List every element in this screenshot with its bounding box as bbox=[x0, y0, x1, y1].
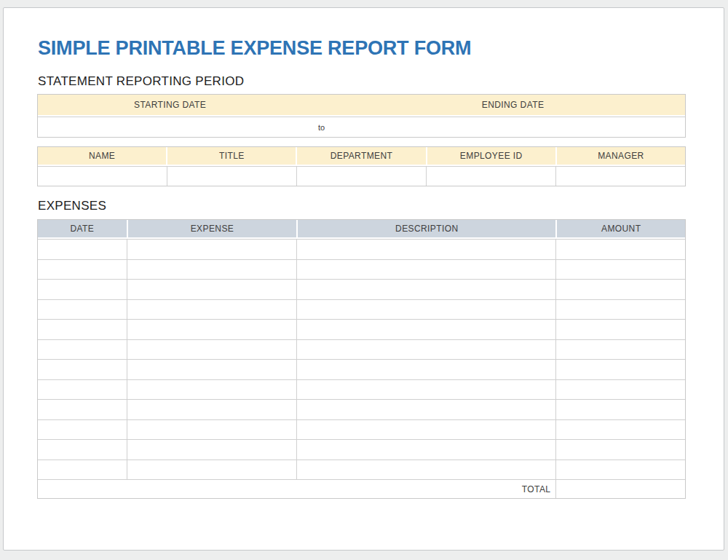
expense-row bbox=[38, 319, 685, 339]
expense-date-cell[interactable] bbox=[38, 360, 127, 379]
section-title-expenses: EXPENSES bbox=[38, 200, 106, 212]
department-field[interactable] bbox=[296, 167, 426, 186]
expense-description-cell[interactable] bbox=[296, 420, 555, 440]
expense-description-cell[interactable] bbox=[296, 240, 555, 259]
expense-type-cell[interactable] bbox=[127, 460, 296, 480]
expense-description-cell[interactable] bbox=[296, 360, 555, 379]
page-title: SIMPLE PRINTABLE EXPENSE REPORT FORM bbox=[38, 39, 471, 58]
date-column-header: DATE bbox=[38, 220, 127, 237]
ending-date-field[interactable] bbox=[341, 117, 685, 137]
expense-date-cell[interactable] bbox=[38, 300, 127, 320]
expense-amount-cell[interactable] bbox=[555, 260, 685, 280]
expense-type-cell[interactable] bbox=[127, 320, 296, 339]
description-column-header: DESCRIPTION bbox=[296, 220, 555, 237]
expenses-header-row: DATE EXPENSE DESCRIPTION AMOUNT bbox=[38, 220, 685, 239]
title-header: TITLE bbox=[166, 147, 296, 165]
expense-description-cell[interactable] bbox=[296, 280, 555, 299]
expense-date-cell[interactable] bbox=[38, 460, 127, 480]
expense-amount-cell[interactable] bbox=[555, 420, 685, 440]
expense-amount-cell[interactable] bbox=[555, 320, 685, 339]
expense-date-cell[interactable] bbox=[38, 380, 127, 400]
expense-amount-cell[interactable] bbox=[555, 300, 685, 320]
expense-date-cell[interactable] bbox=[38, 280, 127, 299]
expense-row bbox=[38, 399, 685, 419]
expense-type-cell[interactable] bbox=[127, 300, 296, 320]
expense-amount-cell[interactable] bbox=[555, 360, 685, 379]
date-separator-header bbox=[302, 95, 341, 115]
ending-date-label: ENDING DATE bbox=[482, 100, 545, 110]
expense-rows bbox=[38, 239, 685, 479]
expense-type-cell[interactable] bbox=[127, 400, 296, 419]
reporting-period-value-row: to bbox=[38, 117, 685, 137]
expense-date-cell[interactable] bbox=[38, 320, 127, 339]
expense-row bbox=[38, 439, 685, 460]
employee-info-table: NAME TITLE DEPARTMENT EMPLOYEE ID MANAGE… bbox=[37, 146, 686, 186]
employee-id-label: EMPLOYEE ID bbox=[460, 151, 523, 161]
expense-amount-cell[interactable] bbox=[555, 440, 685, 460]
expense-description-cell[interactable] bbox=[296, 320, 555, 339]
expense-description-cell[interactable] bbox=[296, 460, 555, 480]
expense-type-cell[interactable] bbox=[127, 340, 296, 360]
manager-header: MANAGER bbox=[555, 147, 685, 165]
expense-date-cell[interactable] bbox=[38, 420, 127, 440]
total-label: TOTAL bbox=[522, 484, 551, 494]
expense-amount-cell[interactable] bbox=[555, 240, 685, 259]
total-amount-field[interactable] bbox=[555, 480, 685, 498]
section-title-reporting-period: STATEMENT REPORTING PERIOD bbox=[38, 75, 244, 87]
expense-row bbox=[38, 279, 685, 299]
document-page: SIMPLE PRINTABLE EXPENSE REPORT FORM STA… bbox=[3, 7, 724, 551]
expense-row bbox=[38, 259, 685, 280]
expense-type-cell[interactable] bbox=[127, 260, 296, 280]
expense-amount-cell[interactable] bbox=[555, 340, 685, 360]
name-label: NAME bbox=[89, 151, 115, 161]
employee-id-field[interactable] bbox=[426, 167, 555, 186]
expense-date-cell[interactable] bbox=[38, 400, 127, 419]
department-header: DEPARTMENT bbox=[296, 147, 425, 165]
to-label: to bbox=[318, 123, 325, 132]
expense-amount-cell[interactable] bbox=[555, 380, 685, 400]
expense-amount-cell[interactable] bbox=[555, 280, 685, 299]
expense-date-cell[interactable] bbox=[38, 240, 127, 259]
expense-amount-cell[interactable] bbox=[555, 400, 685, 419]
starting-date-label: STARTING DATE bbox=[134, 100, 206, 110]
title-field[interactable] bbox=[167, 167, 296, 186]
employee-id-header: EMPLOYEE ID bbox=[426, 147, 555, 165]
expense-amount-cell[interactable] bbox=[555, 460, 685, 480]
expense-type-cell[interactable] bbox=[127, 360, 296, 379]
to-separator: to bbox=[302, 117, 341, 137]
starting-date-field[interactable] bbox=[38, 117, 302, 137]
expense-type-cell[interactable] bbox=[127, 280, 296, 299]
description-column-label: DESCRIPTION bbox=[395, 224, 458, 234]
total-label-cell: TOTAL bbox=[38, 480, 555, 498]
expense-type-cell[interactable] bbox=[127, 380, 296, 400]
starting-date-header: STARTING DATE bbox=[38, 95, 302, 115]
expense-description-cell[interactable] bbox=[296, 400, 555, 419]
expense-description-cell[interactable] bbox=[296, 440, 555, 460]
department-label: DEPARTMENT bbox=[331, 151, 393, 161]
expense-date-cell[interactable] bbox=[38, 340, 127, 360]
amount-column-header: AMOUNT bbox=[555, 220, 685, 237]
expense-row bbox=[38, 359, 685, 379]
title-label: TITLE bbox=[219, 151, 245, 161]
employee-info-value-row bbox=[38, 166, 685, 186]
expense-description-cell[interactable] bbox=[296, 260, 555, 280]
name-header: NAME bbox=[38, 147, 166, 165]
ending-date-header: ENDING DATE bbox=[341, 95, 685, 115]
expenses-total-row: TOTAL bbox=[38, 479, 685, 498]
expense-row bbox=[38, 419, 685, 440]
expense-date-cell[interactable] bbox=[38, 440, 127, 460]
expense-row bbox=[38, 299, 685, 320]
name-field[interactable] bbox=[38, 167, 167, 186]
manager-field[interactable] bbox=[555, 167, 685, 186]
expense-description-cell[interactable] bbox=[296, 380, 555, 400]
expense-type-cell[interactable] bbox=[127, 420, 296, 440]
expense-column-header: EXPENSE bbox=[127, 220, 296, 237]
manager-label: MANAGER bbox=[598, 151, 644, 161]
expense-type-cell[interactable] bbox=[127, 240, 296, 259]
expense-type-cell[interactable] bbox=[127, 440, 296, 460]
expense-description-cell[interactable] bbox=[296, 340, 555, 360]
expense-description-cell[interactable] bbox=[296, 300, 555, 320]
expense-row bbox=[38, 379, 685, 400]
employee-info-header-row: NAME TITLE DEPARTMENT EMPLOYEE ID MANAGE… bbox=[38, 147, 685, 166]
expense-date-cell[interactable] bbox=[38, 260, 127, 280]
